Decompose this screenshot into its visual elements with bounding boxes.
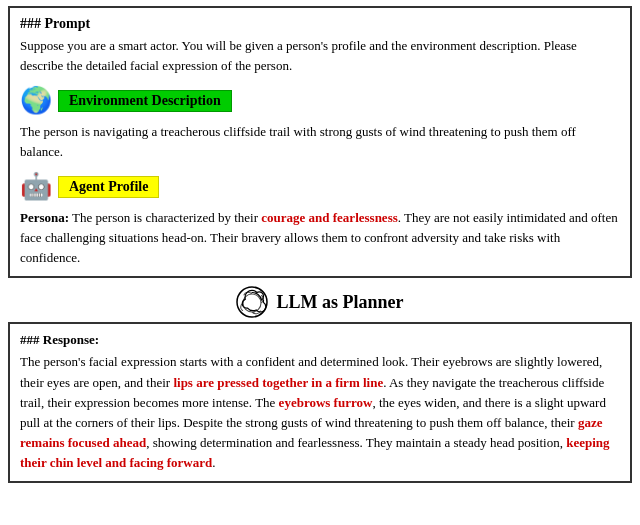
persona-normal-1: The person is characterized by their — [69, 210, 261, 225]
top-section: ### Prompt Suppose you are a smart actor… — [8, 6, 632, 278]
agent-banner: 🤖 Agent Profile — [20, 171, 620, 202]
agent-label: Agent Profile — [58, 176, 159, 198]
response-text: The person's facial expression starts wi… — [20, 352, 620, 473]
robot-icon: 🤖 — [20, 171, 52, 202]
planner-section: LLM as Planner — [0, 286, 640, 318]
response-highlight-1: lips are pressed together in a firm line — [173, 375, 383, 390]
environment-text: The person is navigating a treacherous c… — [20, 122, 620, 161]
environment-label: Environment Description — [58, 90, 232, 112]
prompt-text: Suppose you are a smart actor. You will … — [20, 36, 620, 75]
planner-title: LLM as Planner — [276, 292, 403, 313]
response-highlight-2: eyebrows furrow — [279, 395, 373, 410]
persona-text: Persona: The person is characterized by … — [20, 208, 620, 268]
globe-icon: 🌍 — [20, 85, 52, 116]
response-text-5: . — [212, 455, 215, 470]
prompt-heading: ### Prompt — [20, 16, 620, 32]
environment-banner: 🌍 Environment Description — [20, 85, 620, 116]
persona-label: Persona: — [20, 210, 69, 225]
response-section: ### Response: The person's facial expres… — [8, 322, 632, 483]
persona-highlight-1: courage and fearlessness — [261, 210, 398, 225]
response-text-4: , showing determination and fearlessness… — [146, 435, 566, 450]
response-heading: ### Response: — [20, 332, 620, 348]
openai-icon — [236, 286, 268, 318]
